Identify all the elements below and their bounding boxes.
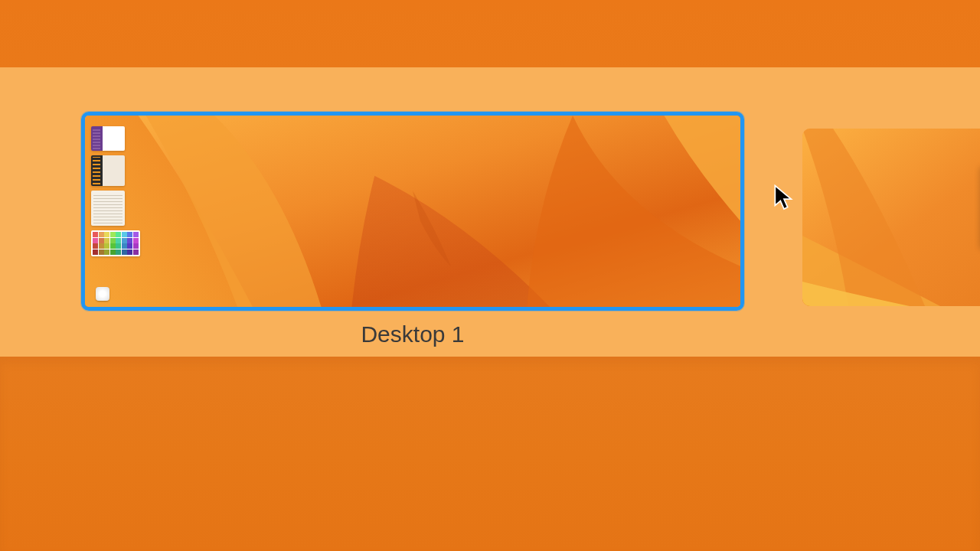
desktop-background-area xyxy=(0,357,980,551)
window-thumbnail-color-palette[interactable] xyxy=(91,230,140,256)
desktop-thumbnail-2[interactable] xyxy=(802,129,980,306)
window-thumbnail-light[interactable] xyxy=(91,191,125,226)
desktop-wallpaper-preview-2 xyxy=(802,129,980,306)
window-thumbnails-column xyxy=(91,126,131,256)
top-background-strip xyxy=(0,0,980,67)
window-thumbnail-dark[interactable] xyxy=(91,155,125,186)
dock-icon-preview xyxy=(96,287,109,301)
mission-control-spaces-bar: Desktop 1 xyxy=(0,67,980,357)
desktop-label: Desktop 1 xyxy=(81,321,744,347)
desktop-wallpaper-preview xyxy=(85,116,740,307)
window-thumbnail-purple[interactable] xyxy=(91,126,125,151)
desktop-thumbnail-1[interactable] xyxy=(81,112,744,311)
cursor-icon xyxy=(773,184,795,213)
